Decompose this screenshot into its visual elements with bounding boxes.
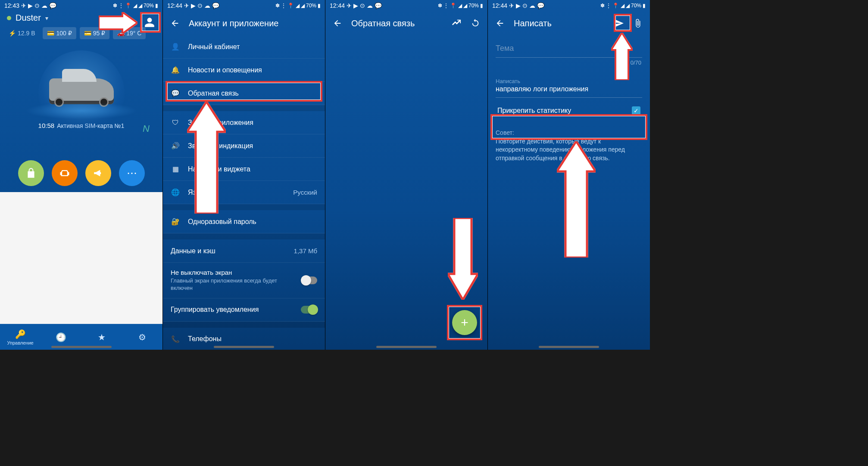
svg-marker-4 <box>557 141 596 258</box>
toggle-keep-screen[interactable] <box>302 276 317 284</box>
map-panel[interactable]: Железнодорожная 🔑Управление 🕘 ★ ⚙ <box>0 192 162 350</box>
arrow-pointer <box>611 33 633 82</box>
arrow-left-icon <box>495 19 505 28</box>
attach-button[interactable] <box>631 16 645 30</box>
status-system-icons: ✽ ⋮ 📍 ◢ ◢ <box>113 3 142 9</box>
item-cache[interactable]: Данные и кэш1,37 Мб <box>163 239 325 263</box>
page-title: Написать <box>514 19 605 28</box>
bell-icon: 🔔 <box>171 66 180 74</box>
arrow-pointer <box>557 141 596 259</box>
device-name: Duster <box>16 13 41 23</box>
status-clock: 12:44 <box>330 2 345 9</box>
key-icon: 🔑 <box>15 329 26 339</box>
status-clock: 12:44 <box>167 2 182 9</box>
trend-icon <box>452 19 461 28</box>
widget-icon: ▦ <box>171 165 180 173</box>
section-divider <box>163 233 325 239</box>
arrow-left-icon <box>170 19 180 28</box>
arrow-pointer <box>99 12 137 35</box>
back-button[interactable] <box>168 16 182 30</box>
paperclip-icon <box>633 19 643 28</box>
status-clock: 12:44 <box>492 2 507 9</box>
svg-marker-3 <box>611 33 633 80</box>
engine-button[interactable] <box>52 160 78 186</box>
person-icon: 👤 <box>171 43 180 51</box>
app-bar: Аккаунт и приложение <box>163 11 325 35</box>
status-notif-icons: ✈ ▶ ⊙ ☁ 💬 <box>509 2 544 9</box>
svg-marker-0 <box>99 12 137 34</box>
page-title: Обратная связь <box>351 19 443 28</box>
battery-icon: ▮ <box>643 3 646 9</box>
app-bar: Обратная связь <box>325 11 487 35</box>
car-dome <box>25 50 137 119</box>
arrow-pointer <box>448 218 478 301</box>
gear-indicator: N <box>143 123 150 134</box>
voltage-pill[interactable]: ⚡12.9 B <box>4 27 39 39</box>
status-bar: 12:44✈ ▶ ⊙ ☁ 💬 ✽ ⋮ 📍 ◢ ◢ 70%▮ <box>488 0 650 11</box>
highlight-box <box>490 114 647 140</box>
gesture-handle[interactable] <box>376 346 437 348</box>
refresh-icon <box>471 19 480 28</box>
highlight-box <box>140 12 161 33</box>
item-news[interactable]: 🔔Новости и оповещения <box>163 59 325 82</box>
status-battery: 70% <box>144 3 154 9</box>
page-title: Аккаунт и приложение <box>189 19 320 28</box>
toggle-group-notif[interactable] <box>301 306 317 314</box>
back-button[interactable] <box>493 16 507 30</box>
svg-marker-2 <box>448 218 478 300</box>
chevron-down-icon: ▾ <box>45 15 48 22</box>
action-row: ⋯ <box>0 160 162 186</box>
empty-list-area <box>325 35 487 350</box>
arrow-left-icon <box>333 19 342 28</box>
more-button[interactable]: ⋯ <box>119 160 145 186</box>
globe-icon: 🌐 <box>171 188 180 196</box>
status-clock: 12:43 <box>4 2 19 9</box>
arrow-pointer <box>187 102 226 215</box>
phone-icon: 📞 <box>171 335 180 343</box>
screen-feedback-list: 12:44✈ ▶ ⊙ ☁ 💬 ✽ ⋮ 📍 ◢ ◢ 70%▮ Обратная с… <box>325 0 487 350</box>
stats-button[interactable] <box>450 16 463 30</box>
status-notif-icons: ✈ ▶ ⊙ ☁ 💬 <box>21 2 56 9</box>
screen-account: 12:44✈ ▶ ⊙ ☁ 💬 ✽ ⋮ 📍 ◢ ◢ 70%▮ Аккаунт и … <box>162 0 325 350</box>
gear-icon: ⚙ <box>138 332 146 342</box>
status-bar: 12:44✈ ▶ ⊙ ☁ 💬 ✽ ⋮ 📍 ◢ ◢ 70%▮ <box>163 0 325 11</box>
highlight-box <box>447 305 482 340</box>
status-bar: 12:44✈ ▶ ⊙ ☁ 💬 ✽ ⋮ 📍 ◢ ◢ 70%▮ <box>325 0 487 11</box>
item-profile[interactable]: 👤Личный кабинет <box>163 35 325 59</box>
status-system-icons: ✽ ⋮ 📍 ◢ ◢ <box>600 3 630 9</box>
svg-marker-1 <box>187 102 226 214</box>
gesture-handle[interactable] <box>214 346 274 348</box>
status-battery: 70% <box>468 3 479 9</box>
key-lock-icon: 🔐 <box>171 217 180 226</box>
refresh-button[interactable] <box>468 16 482 30</box>
screen-compose: 12:44✈ ▶ ⊙ ☁ 💬 ✽ ⋮ 📍 ◢ ◢ 70%▮ Написать Т… <box>487 0 650 350</box>
status-battery: 70% <box>631 3 641 9</box>
battery-icon: ▮ <box>318 3 321 9</box>
online-dot-icon <box>7 16 11 20</box>
device-selector[interactable]: Duster ▾ <box>0 11 162 25</box>
checkbox-checked-icon[interactable]: ✓ <box>632 106 640 115</box>
shield-icon: 🛡 <box>171 119 180 127</box>
status-system-icons: ✽ ⋮ 📍 ◢ ◢ <box>275 3 305 9</box>
metric-pills: ⚡12.9 B 💳100 ₽ 💳95 ₽ 🚗19° C <box>0 25 162 42</box>
clock-icon: 🕘 <box>56 332 66 342</box>
screen-home: 12:43 ✈ ▶ ⊙ ☁ 💬 ✽ ⋮ 📍 ◢ ◢ 70% ▮ Duster ▾… <box>0 0 162 350</box>
item-keep-screen[interactable]: Не выключать экранГлавный экран приложен… <box>163 263 325 298</box>
horn-button[interactable] <box>85 160 111 186</box>
star-icon: ★ <box>98 332 106 342</box>
status-notif-icons: ✈ ▶ ⊙ ☁ 💬 <box>184 2 219 9</box>
balance1-pill[interactable]: 💳100 ₽ <box>43 27 76 39</box>
body-value: направляю логи приложения <box>496 85 642 93</box>
nav-control[interactable]: 🔑Управление <box>0 324 41 350</box>
lock-button[interactable] <box>18 160 44 186</box>
status-battery: 70% <box>306 3 316 9</box>
speaker-icon: 🔊 <box>171 142 180 150</box>
nav-settings[interactable]: ⚙ <box>122 324 162 350</box>
highlight-box <box>165 81 322 102</box>
section-divider <box>163 322 325 328</box>
back-button[interactable] <box>331 16 344 30</box>
gesture-handle[interactable] <box>539 346 599 348</box>
item-group-notif[interactable]: Группировать уведомления <box>163 298 325 322</box>
highlight-box <box>614 14 632 32</box>
gesture-handle[interactable] <box>51 346 112 348</box>
